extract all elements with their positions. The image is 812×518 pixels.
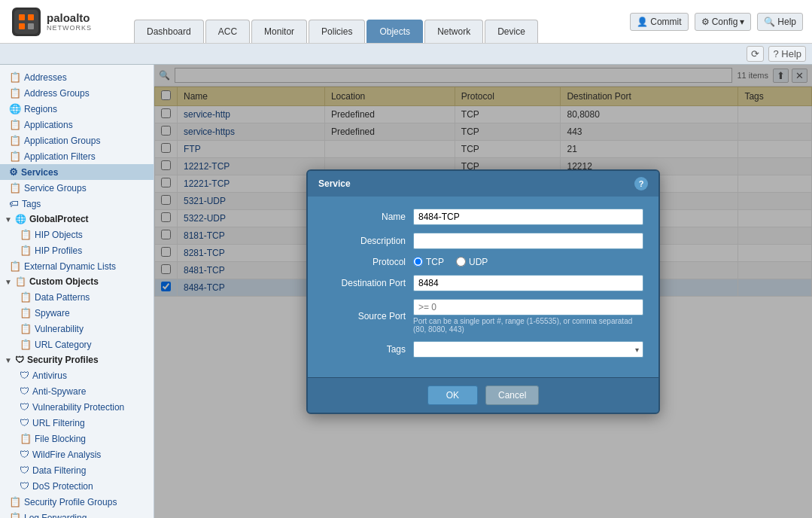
vuln-protection-icon: 🛡: [20, 401, 29, 413]
config-icon: ⚙: [701, 17, 710, 27]
globalprotect-arrow-icon: ▼: [5, 215, 12, 224]
custom-objects-arrow-icon: ▼: [5, 278, 12, 286]
config-button[interactable]: ⚙ Config ▾: [695, 13, 752, 31]
sidebar-item-services[interactable]: ⚙ Services: [0, 164, 154, 180]
sidebar-item-hip-objects[interactable]: 📋 HIP Objects: [11, 227, 154, 242]
udp-radio[interactable]: [456, 257, 466, 267]
sidebar-item-security-profile-groups[interactable]: 📋 Security Profile Groups: [0, 494, 154, 510]
tcp-radio[interactable]: [413, 257, 423, 267]
name-field[interactable]: [413, 209, 643, 225]
nav-tabs: Dashboard ACC Monitor Policies Objects N…: [128, 0, 540, 43]
udp-radio-label[interactable]: UDP: [456, 257, 488, 267]
addresses-icon: 📋: [9, 72, 21, 83]
service-dialog: Service ? Name Description: [306, 169, 660, 414]
regions-icon: 🌐: [9, 103, 21, 114]
sidebar-item-url-category[interactable]: 📋 URL Category: [11, 337, 154, 352]
sidebar-item-address-groups[interactable]: 📋 Address Groups: [0, 85, 154, 101]
security-profiles-arrow-icon: ▼: [5, 356, 12, 364]
description-field[interactable]: [413, 233, 643, 249]
source-port-hint: Port can be a single port #, range (1-65…: [413, 317, 643, 334]
sidebar-item-wildfire-analysis[interactable]: 🛡 WildFire Analysis: [11, 446, 154, 462]
wildfire-icon: 🛡: [20, 449, 29, 460]
services-icon: ⚙: [9, 166, 18, 178]
tab-network[interactable]: Network: [424, 20, 483, 43]
sidebar-item-hip-profiles[interactable]: 📋 HIP Profiles: [11, 242, 154, 258]
sidebar-item-log-forwarding[interactable]: 📋 Log Forwarding: [0, 510, 154, 518]
form-row-description: Description: [323, 233, 643, 249]
sidebar-item-external-dynamic-lists[interactable]: 📋 External Dynamic Lists: [0, 258, 154, 274]
sidebar-item-file-blocking[interactable]: 📋 File Blocking: [11, 431, 154, 446]
form-row-tags: Tags ▾: [323, 341, 643, 358]
applications-icon: 📋: [9, 119, 21, 130]
search-button[interactable]: 🔍 Help: [757, 13, 803, 31]
antivirus-icon: 🛡: [20, 370, 29, 381]
tags-label: Tags: [323, 344, 413, 355]
svg-rect-3: [19, 23, 25, 29]
sidebar-item-service-groups[interactable]: 📋 Service Groups: [0, 180, 154, 196]
sidebar-group-security-profiles[interactable]: ▼ 🛡 Security Profiles: [0, 352, 154, 367]
cancel-button[interactable]: Cancel: [485, 385, 539, 405]
url-filtering-icon: 🛡: [20, 417, 29, 428]
logo-icon: [12, 8, 41, 36]
application-groups-icon: 📋: [9, 135, 21, 146]
data-patterns-icon: 📋: [20, 291, 32, 303]
url-category-icon: 📋: [20, 339, 32, 350]
dest-port-field-wrap: [413, 275, 643, 291]
logo: paloalto NETWORKS: [0, 8, 128, 36]
source-port-field-wrap: Port can be a single port #, range (1-65…: [413, 299, 643, 334]
address-groups-icon: 📋: [9, 87, 21, 99]
source-port-label: Source Port: [323, 311, 413, 321]
source-port-field[interactable]: [413, 299, 643, 315]
tags-select[interactable]: [413, 341, 643, 358]
sidebar-item-data-filtering[interactable]: 🛡 Data Filtering: [11, 462, 154, 478]
sidebar-item-regions[interactable]: 🌐 Regions: [0, 101, 154, 117]
sidebar-item-addresses[interactable]: 📋 Addresses: [0, 69, 154, 85]
dialog-help-icon[interactable]: ?: [634, 177, 648, 190]
sidebar-item-tags[interactable]: 🏷 Tags: [0, 196, 154, 212]
sidebar-group-custom-objects[interactable]: ▼ 📋 Custom Objects: [0, 274, 154, 289]
protocol-field-wrap: TCP UDP: [413, 257, 643, 267]
description-label: Description: [323, 236, 413, 246]
sidebar-item-vulnerability-protection[interactable]: 🛡 Vulnerability Protection: [11, 399, 154, 415]
sidebar-item-url-filtering[interactable]: 🛡 URL Filtering: [11, 415, 154, 431]
help-button[interactable]: ? Help: [768, 46, 806, 62]
external-dynamic-lists-icon: 📋: [9, 261, 21, 272]
form-row-source-port: Source Port Port can be a single port #,…: [323, 299, 643, 334]
tab-monitor[interactable]: Monitor: [251, 20, 307, 43]
dest-port-field[interactable]: [413, 275, 643, 291]
top-right-toolbar: 👤 Commit ⚙ Config ▾ 🔍 Help: [630, 13, 812, 31]
commit-button[interactable]: 👤 Commit: [630, 13, 688, 31]
svg-rect-0: [14, 10, 38, 34]
sidebar-item-vulnerability[interactable]: 📋 Vulnerability: [11, 321, 154, 337]
refresh-button[interactable]: ⟳: [747, 46, 764, 62]
anti-spyware-icon: 🛡: [20, 385, 29, 397]
sidebar-item-application-groups[interactable]: 📋 Application Groups: [0, 133, 154, 148]
svg-rect-1: [19, 14, 25, 20]
tab-policies[interactable]: Policies: [309, 20, 365, 43]
tab-acc[interactable]: ACC: [205, 20, 250, 43]
dest-port-label: Destination Port: [323, 278, 413, 288]
sidebar-item-antivirus[interactable]: 🛡 Antivirus: [11, 367, 154, 383]
content-area: 🔍 11 items ⬆ ✕ Name Location Protocol De…: [154, 65, 812, 518]
sidebar-item-data-patterns[interactable]: 📋 Data Patterns: [11, 289, 154, 305]
sidebar-group-globalprotect[interactable]: ▼ 🌐 GlobalProtect: [0, 212, 154, 227]
dialog-title: Service: [318, 178, 351, 189]
logo-text: paloalto NETWORKS: [47, 11, 92, 32]
tab-device[interactable]: Device: [485, 20, 538, 43]
vulnerability-icon: 📋: [20, 323, 32, 334]
sidebar-item-dos-protection[interactable]: 🛡 DoS Protection: [11, 478, 154, 494]
service-groups-icon: 📋: [9, 182, 21, 193]
sidebar-item-spyware[interactable]: 📋 Spyware: [11, 305, 154, 321]
tcp-radio-label[interactable]: TCP: [413, 257, 444, 267]
data-filtering-icon: 🛡: [20, 465, 29, 476]
sidebar-item-anti-spyware[interactable]: 🛡 Anti-Spyware: [11, 383, 154, 399]
sidebar-item-applications[interactable]: 📋 Applications: [0, 117, 154, 133]
form-row-dest-port: Destination Port: [323, 275, 643, 291]
tab-dashboard[interactable]: Dashboard: [134, 20, 204, 43]
tab-objects[interactable]: Objects: [366, 20, 423, 43]
ok-button[interactable]: OK: [427, 385, 478, 405]
commit-icon: 👤: [637, 17, 648, 27]
sidebar-item-application-filters[interactable]: 📋 Application Filters: [0, 148, 154, 164]
application-filters-icon: 📋: [9, 151, 21, 162]
name-label: Name: [323, 212, 413, 222]
